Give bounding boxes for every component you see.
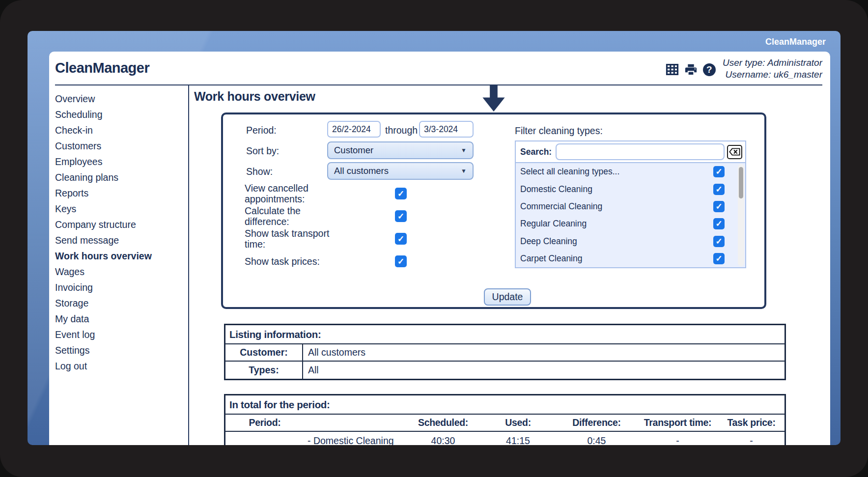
check-icon: ✓ <box>397 235 404 243</box>
cleaning-type-row[interactable]: Carpet Cleaning ✓ <box>516 250 745 267</box>
sidebar-item[interactable]: Invoicing <box>49 280 188 295</box>
printer-icon[interactable] <box>684 63 698 76</box>
cleaning-type-row[interactable]: Commercial Cleaning ✓ <box>516 198 745 215</box>
user-type: User type: Administrator <box>723 57 822 69</box>
sidebar-item[interactable]: Log out <box>49 358 188 374</box>
listing-row-label: Customer: <box>225 344 303 362</box>
username: Username: uk6_master <box>723 69 822 81</box>
cleaning-type-checkbox[interactable]: ✓ <box>713 201 725 212</box>
totals-cell-difference: 0:45 <box>556 432 637 445</box>
cleaning-type-label: Carpet Cleaning <box>520 253 582 264</box>
totals-data-rows: - Domestic Cleaning 40:30 41:15 0:45 - - <box>225 432 784 445</box>
sidebar-item-label: Storage <box>55 298 88 309</box>
clear-search-button[interactable] <box>727 145 742 159</box>
totals-cell-used: 41:15 <box>480 432 556 445</box>
checkbox-label: View cancelled appointments: <box>245 183 331 204</box>
cleaning-type-row[interactable]: Domestic Cleaning ✓ <box>516 180 745 197</box>
totals-table: In total for the period: Period: Schedul… <box>224 394 786 445</box>
sidebar-item[interactable]: Check-in <box>49 122 188 138</box>
totals-cell-transport: - <box>637 432 718 445</box>
sidebar-item-label: Event log <box>55 329 95 340</box>
sidebar-item[interactable]: Settings <box>49 342 188 358</box>
cleaning-types-list: Select all cleaning types... ✓ Domestic … <box>516 163 745 267</box>
search-row: Search: <box>516 141 745 163</box>
search-label: Search: <box>520 147 552 157</box>
sidebar-item[interactable]: Scheduling <box>49 107 188 122</box>
period-from-input[interactable] <box>327 121 381 138</box>
filter-cleaning-types-title: Filter cleaning types: <box>515 125 603 137</box>
desktop-background: CleanManager CleanManager <box>28 31 840 445</box>
cleaning-type-label: Domestic Cleaning <box>520 184 592 195</box>
sidebar-item[interactable]: Wages <box>49 264 188 280</box>
form-checkbox[interactable]: ✓ <box>395 210 407 222</box>
cleaning-type-checkbox[interactable]: ✓ <box>713 166 725 177</box>
sidebar-item[interactable]: Customers <box>49 138 188 154</box>
update-button[interactable]: Update <box>484 288 531 306</box>
sort-by-select[interactable]: Customer ▼ <box>327 141 474 159</box>
period-to-input[interactable] <box>419 121 474 138</box>
sidebar-item[interactable]: Send message <box>49 232 188 248</box>
sidebar-item-label: Customers <box>55 140 101 151</box>
form-checkbox[interactable]: ✓ <box>395 233 407 245</box>
help-icon[interactable]: ? <box>703 63 716 76</box>
sidebar-item-label: Employees <box>55 156 102 167</box>
filters-form: Period: through Sort by: Customer ▼ Show… <box>221 112 766 309</box>
checkbox-row: Calculate the difference: ✓ <box>245 205 412 227</box>
backspace-icon <box>729 148 740 156</box>
check-icon: ✓ <box>397 190 404 198</box>
sidebar-item[interactable]: Storage <box>49 295 188 311</box>
sidebar-item-label: Wages <box>55 266 84 277</box>
device-bezel: CleanManager CleanManager <box>0 0 868 477</box>
cleaning-type-checkbox[interactable]: ✓ <box>713 184 725 195</box>
sidebar-item[interactable]: My data <box>49 311 188 327</box>
form-checkbox[interactable]: ✓ <box>395 255 407 267</box>
cleaning-type-row[interactable]: Select all cleaning types... ✓ <box>516 163 745 180</box>
show-select[interactable]: All customers ▼ <box>327 162 474 180</box>
cleaning-type-checkbox[interactable]: ✓ <box>713 236 725 247</box>
totals-column-header: Scheduled: <box>406 415 480 432</box>
totals-cell-scheduled: 40:30 <box>406 432 480 445</box>
cleaning-type-row[interactable]: Deep Cleaning ✓ <box>516 233 745 250</box>
form-checkbox[interactable]: ✓ <box>395 188 407 199</box>
sidebar-item[interactable]: Overview <box>49 91 188 107</box>
sidebar-item[interactable]: Keys <box>49 201 188 217</box>
sidebar-item-label: Work hours overview <box>55 251 152 261</box>
sidebar-item[interactable]: Reports <box>49 185 188 201</box>
checkbox-label: Calculate the difference: <box>245 205 331 227</box>
cleaning-type-label: Select all cleaning types... <box>520 167 619 177</box>
check-icon: ✓ <box>715 237 722 246</box>
table-icon[interactable] <box>666 63 679 76</box>
app-header: CleanManager <box>55 52 822 85</box>
list-scrollbar[interactable] <box>738 164 744 266</box>
window-brand-label: CleanManager <box>765 37 826 47</box>
listing-information-table: Listing information: Customer: All custo… <box>224 324 786 380</box>
search-input[interactable] <box>556 143 725 160</box>
down-arrow-icon <box>482 85 505 114</box>
form-checkbox-rows: View cancelled appointments: ✓ Calculate… <box>245 182 412 273</box>
sidebar-item[interactable]: Cleaning plans <box>49 169 188 185</box>
user-info: User type: Administrator Username: uk6_m… <box>723 57 822 81</box>
scrollbar-thumb[interactable] <box>739 167 743 198</box>
cleaning-type-label: Commercial Cleaning <box>520 201 602 212</box>
check-icon: ✓ <box>397 257 404 266</box>
cleaning-type-row[interactable]: Regular Cleaning ✓ <box>516 215 745 232</box>
cleaning-types-filter: Search: <box>515 140 746 268</box>
main-content: Work hours overview Period: through Sort… <box>190 84 830 445</box>
check-icon: ✓ <box>715 220 722 228</box>
sidebar-item-label: Overview <box>55 93 95 104</box>
sidebar-item-label: Keys <box>55 203 76 214</box>
check-icon: ✓ <box>715 168 722 176</box>
listing-row-label: Types: <box>225 362 303 379</box>
sidebar-item[interactable]: Employees <box>49 154 188 169</box>
checkbox-row: Show task prices: ✓ <box>245 250 412 273</box>
sidebar-item[interactable]: Company structure <box>49 217 188 232</box>
sidebar-item-label: Reports <box>55 188 88 198</box>
sidebar-item-label: Check-in <box>55 125 93 136</box>
sidebar-item[interactable]: Event log <box>49 327 188 342</box>
check-icon: ✓ <box>397 212 404 221</box>
totals-column-header: Difference: <box>556 415 637 432</box>
cleaning-type-checkbox[interactable]: ✓ <box>713 253 725 264</box>
sidebar-item[interactable]: Work hours overview <box>49 248 188 264</box>
cleaning-type-checkbox[interactable]: ✓ <box>713 218 725 229</box>
totals-column-header: Task price: <box>718 415 784 432</box>
